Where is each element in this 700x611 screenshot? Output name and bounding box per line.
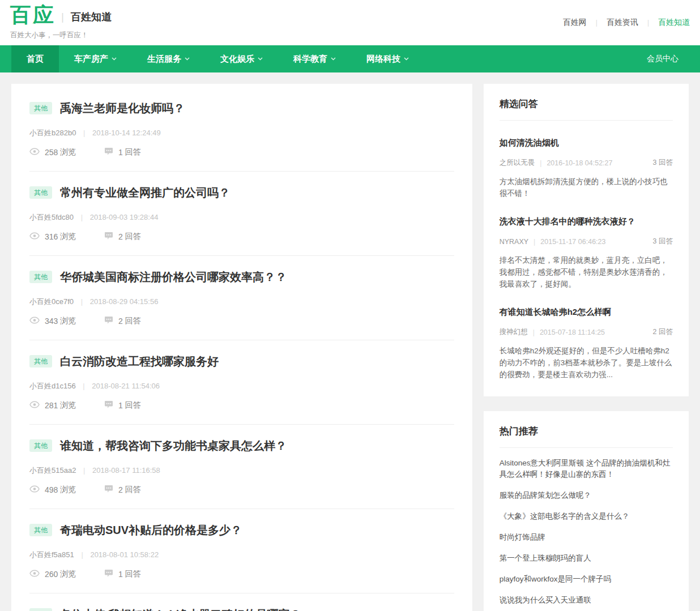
- meta-separator: |: [83, 382, 84, 390]
- question-title-link[interactable]: 华侨城美国商标注册价格公司哪家效率高？？: [60, 270, 287, 284]
- question-date: 2018-08-01 10:58:22: [90, 550, 159, 559]
- answers-stat: 1 回答: [104, 147, 141, 157]
- question-stats: 258 浏览 1 回答: [29, 147, 454, 157]
- nav-item-home[interactable]: 首页: [11, 45, 59, 72]
- hot-recommend-item[interactable]: 时尚灯饰品牌: [500, 532, 673, 543]
- nav-item-science-education[interactable]: 科学教育: [278, 45, 351, 72]
- hot-recommend-item[interactable]: 服装的品牌策划怎么做呢？: [500, 490, 673, 501]
- views-count: 316: [45, 232, 58, 241]
- question-date: 2018-09-03 19:28:44: [90, 213, 159, 221]
- category-badge[interactable]: 其他: [29, 439, 52, 452]
- comment-icon: [104, 147, 118, 157]
- logo-separator: |: [61, 11, 64, 23]
- question-list-item: 其他 常州有专业做全网推广的公司吗？ 小百姓5fdc80 | 2018-09-0…: [29, 171, 454, 255]
- top-links: 百姓网 | 百姓资讯 | 百姓知道: [563, 18, 690, 28]
- featured-qa-title: 精选问答: [500, 97, 673, 121]
- featured-answer-count: 3 回答: [653, 237, 673, 246]
- comment-icon: [104, 316, 118, 326]
- top-link-baixingwang[interactable]: 百姓网: [563, 18, 587, 28]
- category-badge[interactable]: 其他: [29, 271, 52, 283]
- featured-question-title[interactable]: 如何清洗油烟机: [500, 138, 673, 148]
- question-stats: 316 浏览 2 回答: [29, 232, 454, 242]
- answers-count: 2: [118, 485, 123, 494]
- views-label: 浏览: [60, 316, 76, 326]
- views-count: 343: [45, 317, 58, 326]
- question-meta: 小百姓0ce7f0 | 2018-08-29 04:15:56: [29, 297, 454, 307]
- meta-separator: |: [533, 238, 535, 246]
- top-link-baixingzhidao[interactable]: 百姓知道: [658, 18, 690, 28]
- question-title-link[interactable]: 谁知道，帮我咨询下多功能书桌家具怎么样？: [60, 438, 287, 453]
- category-badge[interactable]: 其他: [29, 524, 52, 536]
- nav-item-label: 网络科技: [366, 54, 400, 65]
- hot-recommend-item[interactable]: playfoy和workfox是同一个牌子吗: [500, 574, 673, 585]
- hot-recommend-item[interactable]: 《大象》这部电影名字的含义是什么？: [500, 511, 673, 522]
- answers-label: 回答: [125, 485, 141, 495]
- question-meta: 小百姓b282b0 | 2018-10-14 12:24:49: [29, 128, 454, 138]
- nav-item-label: 车产房产: [74, 54, 108, 65]
- question-list-item: 其他 禹海兰老师是化妆师吗？ 小百姓b282b0 | 2018-10-14 12…: [29, 87, 454, 171]
- views-count: 258: [45, 148, 58, 157]
- comment-icon: [104, 400, 118, 411]
- nav-item-cars-property[interactable]: 车产房产: [59, 45, 132, 72]
- hot-recommend-item[interactable]: 说说我为什么买入天业通联: [500, 595, 673, 606]
- page-content: 其他 禹海兰老师是化妆师吗？ 小百姓b282b0 | 2018-10-14 12…: [0, 72, 700, 611]
- question-meta: 小百姓d1c156 | 2018-08-21 11:54:06: [29, 381, 454, 391]
- question-author: 小百姓d1c156: [29, 382, 76, 390]
- question-author: 小百姓b282b0: [29, 129, 76, 137]
- meta-separator: |: [533, 328, 535, 336]
- logo[interactable]: 百应: [10, 5, 56, 25]
- views-label: 浏览: [60, 485, 76, 495]
- question-stats: 498 浏览 2 回答: [29, 485, 454, 495]
- question-stats: 260 浏览 1 回答: [29, 569, 454, 579]
- answers-count: 2: [118, 317, 123, 326]
- category-badge[interactable]: 其他: [29, 102, 52, 114]
- nav-item-label: 首页: [27, 54, 44, 65]
- category-badge[interactable]: 其他: [29, 186, 52, 199]
- featured-qa-item: 有谁知道长城哈弗h2怎么样啊 搜神幻想 | 2015-07-18 11:14:2…: [500, 307, 673, 381]
- views-stat: 498 浏览: [29, 485, 104, 495]
- featured-date: 2015-07-18 11:14:25: [540, 328, 605, 336]
- meta-separator: |: [83, 466, 85, 475]
- featured-author: 之所以无畏: [500, 158, 535, 168]
- featured-answer-excerpt: 排名不太清楚，常用的就奥妙，蓝月亮，立白吧，我都用过，感觉都不错，特别是奥妙水莲…: [500, 254, 673, 290]
- answers-count: 1: [118, 148, 123, 157]
- question-head: 其他 奇瑞电动SUV补贴后的价格是多少？: [29, 523, 454, 537]
- question-title-link[interactable]: 各位大侠 我想知道！！净水器口碑好的是哪家？: [60, 607, 301, 611]
- featured-question-title[interactable]: 有谁知道长城哈弗h2怎么样啊: [500, 307, 673, 318]
- question-author: 小百姓0ce7f0: [29, 297, 74, 306]
- site-header: 百应 | 百姓知道 百姓大小事，一呼百应！ 百姓网 | 百姓资讯 | 百姓知道: [0, 0, 700, 45]
- top-link-baixingzixun[interactable]: 百姓资讯: [607, 18, 638, 28]
- featured-question-meta: 之所以无畏 | 2016-10-18 04:52:27 3 回答: [500, 158, 673, 168]
- hot-recommend-item[interactable]: 第一个登上珠穆朗玛的盲人: [500, 553, 673, 564]
- question-meta: 小百姓515aa2 | 2018-08-17 11:16:58: [29, 465, 454, 476]
- answers-label: 回答: [125, 147, 141, 157]
- views-label: 浏览: [60, 232, 76, 242]
- nav-item-culture-entertainment[interactable]: 文化娱乐: [205, 45, 278, 72]
- hot-recommend-item[interactable]: Alsitones意大利阿里斯顿 这个品牌的抽油烟机和灶具怎么样啊！好像是山寨的…: [500, 458, 673, 480]
- category-badge[interactable]: 其他: [29, 355, 52, 368]
- question-title-link[interactable]: 奇瑞电动SUV补贴后的价格是多少？: [60, 523, 242, 537]
- featured-question-title[interactable]: 洗衣液十大排名中的哪种洗衣液好？: [500, 216, 673, 227]
- category-badge[interactable]: 其他: [29, 608, 52, 611]
- featured-date: 2016-10-18 04:52:27: [547, 159, 612, 167]
- views-stat: 260 浏览: [29, 569, 104, 579]
- question-title-link[interactable]: 常州有专业做全网推广的公司吗？: [60, 185, 230, 200]
- question-title-link[interactable]: 白云消防改造工程找哪家服务好: [60, 354, 219, 369]
- chevron-down-icon: [404, 57, 409, 61]
- question-list-item: 其他 奇瑞电动SUV补贴后的价格是多少？ 小百姓f5a851 | 2018-08…: [29, 509, 454, 593]
- question-head: 其他 华侨城美国商标注册价格公司哪家效率高？？: [29, 270, 454, 284]
- brand: 百应 | 百姓知道: [10, 5, 112, 25]
- member-center-link[interactable]: 会员中心: [647, 45, 700, 72]
- question-title-link[interactable]: 禹海兰老师是化妆师吗？: [60, 101, 185, 116]
- nav-item-label: 科学教育: [293, 54, 327, 65]
- nav-item-internet-tech[interactable]: 网络科技: [351, 45, 424, 72]
- featured-qa-list: 如何清洗油烟机 之所以无畏 | 2016-10-18 04:52:27 3 回答…: [500, 138, 673, 381]
- tagline: 百姓大小事，一呼百应！: [10, 31, 88, 40]
- comment-icon: [104, 485, 118, 495]
- answers-stat: 1 回答: [104, 400, 141, 411]
- featured-question-meta: 搜神幻想 | 2015-07-18 11:14:25 2 回答: [500, 327, 673, 337]
- featured-answer-count: 3 回答: [653, 158, 673, 168]
- nav-item-life-services[interactable]: 生活服务: [132, 45, 205, 72]
- question-head: 其他 禹海兰老师是化妆师吗？: [29, 101, 454, 116]
- views-stat: 316 浏览: [29, 232, 104, 242]
